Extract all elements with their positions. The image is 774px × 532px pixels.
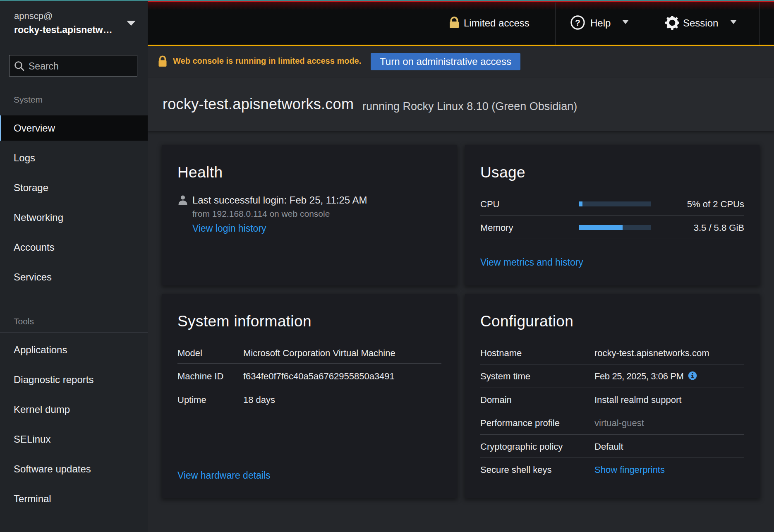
svg-text:?: ? — [575, 18, 580, 27]
